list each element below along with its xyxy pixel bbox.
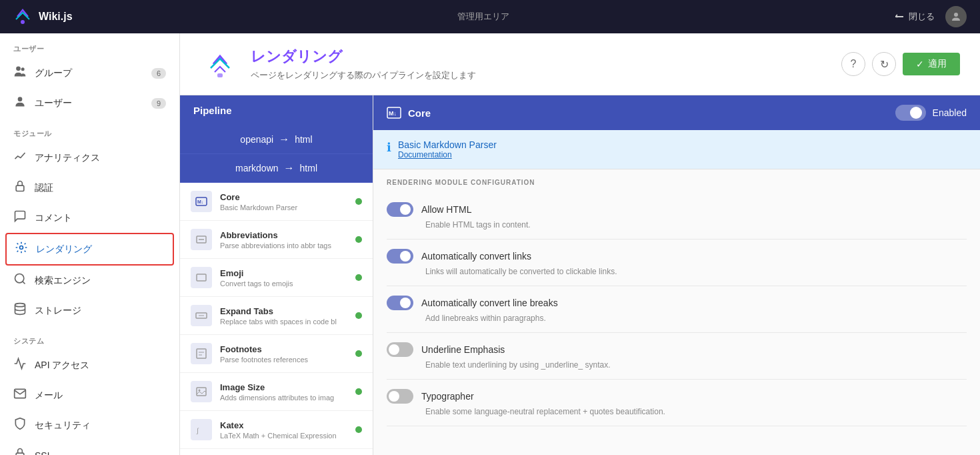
core-enabled-label: Enabled (933, 107, 967, 118)
core-status-dot (355, 198, 362, 205)
ssl-icon (13, 447, 27, 455)
api-label: API アクセス (35, 360, 89, 372)
mail-label: メール (35, 390, 63, 402)
image-size-subtitle: Adds dimensions attributes to imag (220, 394, 347, 402)
footnotes-status-dot (355, 350, 362, 357)
rendering-icon (15, 241, 28, 258)
sidebar-item-mail[interactable]: メール (0, 380, 179, 410)
abbr-item-icon (191, 229, 212, 250)
search-label: 検索エンジン (35, 275, 91, 287)
pipeline-openapi-btn[interactable]: openapi → html (180, 125, 373, 154)
mail-icon (13, 387, 27, 404)
pipeline-btn2-right: html (300, 163, 317, 173)
apply-button[interactable]: ✓ 適用 (903, 53, 960, 75)
parser-title: Basic Markdown Parser (398, 139, 497, 150)
content-area: レンダリング ページをレンダリングする際のパイプラインを設定します ? ↻ ✓ … (180, 33, 980, 455)
refresh-button[interactable]: ↻ (872, 52, 896, 76)
auto-links-desc: Links will automatically be converted to… (425, 267, 967, 276)
security-icon (13, 417, 27, 434)
sidebar-item-users[interactable]: ユーザー 9 (0, 88, 179, 118)
sidebar-item-analytics[interactable]: アナリティクス (0, 143, 179, 173)
config-item-typographer: Typographer Enable some language-neutral… (387, 380, 967, 426)
allow-html-desc: Enable HTML tags in content. (425, 220, 967, 230)
expand-tabs-status-dot (355, 312, 362, 319)
search-engine-icon (13, 272, 27, 289)
person-icon (950, 11, 962, 23)
comments-label: コメント (35, 212, 72, 224)
svg-text:∫: ∫ (196, 427, 199, 434)
svg-point-11 (15, 304, 25, 307)
main-layout: ユーザー グループ 6 ユーザー 9 モジュール (0, 33, 980, 455)
pipeline-item-footnotes[interactable]: Footnotes Parse footnotes references (180, 335, 373, 373)
underline-desc: Enable text underlining by using _underl… (425, 360, 967, 370)
sidebar-item-search[interactable]: 検索エンジン (0, 266, 179, 296)
sidebar-item-comments[interactable]: コメント (0, 203, 179, 233)
pipeline-item-image-size[interactable]: Image Size Adds dimensions attributes to… (180, 373, 373, 411)
sidebar-item-api[interactable]: API アクセス (0, 350, 179, 380)
auto-linebreaks-toggle[interactable] (387, 296, 413, 310)
close-button[interactable]: 閉じる (894, 11, 935, 23)
typographer-toggle[interactable] (387, 389, 413, 404)
user-icon (13, 95, 27, 111)
allow-html-toggle[interactable] (387, 202, 413, 217)
pipeline-markdown-btn[interactable]: markdown → html (180, 154, 373, 183)
pipeline-item-katex[interactable]: ∫ Katex LaTeX Math + Chemical Expression (180, 411, 373, 449)
analytics-icon (13, 149, 27, 166)
analytics-label: アナリティクス (35, 152, 100, 164)
security-label: セキュリティ (35, 420, 91, 432)
user-avatar[interactable] (945, 6, 967, 27)
header-center-text: 管理用エリア (457, 11, 509, 23)
config-item-allow-html: Allow HTML Enable HTML tags in content. (387, 193, 967, 240)
pipeline-item-core[interactable]: M↓ Core Basic Markdown Parser (180, 183, 373, 221)
core-title: Core (220, 192, 347, 202)
svg-point-8 (20, 246, 23, 250)
sidebar-item-auth[interactable]: 認証 (0, 173, 179, 203)
svg-rect-25 (197, 388, 206, 396)
svg-marker-2 (895, 14, 897, 18)
documentation-link[interactable]: Documentation (398, 150, 497, 159)
image-size-status-dot (355, 388, 362, 395)
storage-icon (13, 302, 27, 319)
emoji-subtitle: Convert tags to emojis (220, 280, 347, 288)
groups-badge: 6 (151, 68, 166, 79)
katex-item-icon: ∫ (191, 419, 212, 440)
core-panel-title: Core (408, 107, 431, 119)
core-enabled-toggle[interactable] (895, 105, 926, 121)
pipeline-item-expand-tabs[interactable]: Expand Tabs Replace tabs with spaces in … (180, 297, 373, 335)
sidebar-section-system: システム (0, 326, 179, 350)
page-subtitle: ページをレンダリングする際のパイプラインを設定します (251, 69, 476, 81)
emoji-item-icon (191, 267, 212, 288)
sidebar-item-ssl[interactable]: SSL (0, 440, 179, 455)
wiki-logo-icon (13, 7, 32, 26)
auto-links-toggle[interactable] (387, 249, 413, 264)
config-section-label: RENDERING MODULE CONFIGURATION (387, 169, 967, 193)
page-header: レンダリング ページをレンダリングする際のパイプラインを設定します ? ↻ ✓ … (180, 33, 980, 95)
typographer-desc: Enable some language-neutral replacement… (425, 407, 967, 416)
groups-label: グループ (35, 67, 72, 79)
auto-linebreaks-title: Automatically convert line breaks (421, 298, 558, 308)
sidebar-item-security[interactable]: セキュリティ (0, 410, 179, 440)
parser-info-section: ℹ Basic Markdown Parser Documentation (373, 130, 980, 169)
config-item-underline: Underline Emphasis Enable text underlini… (387, 333, 967, 380)
footnotes-title: Footnotes (220, 344, 347, 354)
arrow-right-icon2: → (284, 162, 295, 174)
sidebar-section-user: ユーザー (0, 33, 179, 58)
top-header: Wiki.js 管理用エリア 閉じる (0, 0, 980, 33)
sidebar-item-groups[interactable]: グループ 6 (0, 58, 179, 88)
emoji-title: Emoji (220, 268, 347, 278)
svg-rect-14 (217, 73, 223, 77)
svg-point-0 (21, 20, 25, 24)
underline-toggle[interactable] (387, 342, 413, 357)
sidebar-item-rendering[interactable]: レンダリング (5, 233, 174, 266)
auth-label: 認証 (35, 182, 53, 194)
help-button[interactable]: ? (841, 52, 865, 76)
arrow-right-icon: → (279, 133, 289, 145)
pipeline-item-emoji[interactable]: Emoji Convert tags to emojis (180, 259, 373, 297)
rendering-page-icon (200, 44, 240, 84)
sidebar-item-storage[interactable]: ストレージ (0, 296, 179, 326)
groups-icon (13, 65, 27, 81)
pipeline-item-abbreviations[interactable]: Abbreviations Parse abbreviations into a… (180, 221, 373, 259)
pipeline-btn1-left: openapi (240, 134, 273, 145)
svg-rect-7 (16, 185, 24, 191)
config-item-auto-links: Automatically convert links Links will a… (387, 240, 967, 286)
